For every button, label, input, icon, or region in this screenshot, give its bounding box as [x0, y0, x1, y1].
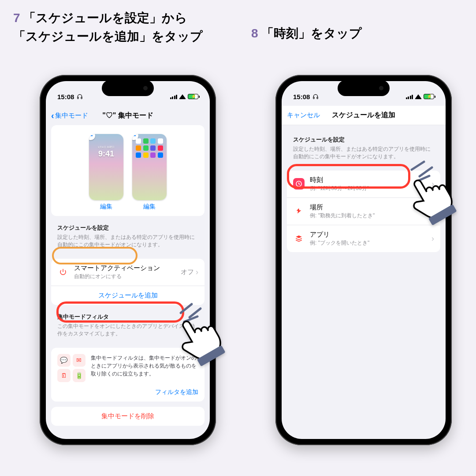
modal-title: スケジュールを追加	[332, 111, 395, 120]
cellular-icon	[170, 94, 178, 99]
app-example: 例: "ブックを開いたとき"	[310, 239, 426, 247]
screen-previews: − 1月9日 木曜日9:41 編集 − 編集	[51, 125, 205, 216]
remove-preview-icon[interactable]: −	[89, 134, 95, 140]
battery-icon: ⚡	[424, 94, 434, 99]
step8-number: 8	[251, 26, 258, 40]
smart-activation-sub: 自動的にオンにする	[74, 273, 175, 280]
home-screen-preview[interactable]: − 編集	[132, 134, 167, 211]
dynamic-island	[102, 80, 154, 96]
step7-caption: 7 「スケジュールを設定」から 「スケジュールを追加」をタップ	[13, 9, 225, 46]
time-row[interactable]: 時刻 例: "12時30分～2時30分" ›	[287, 171, 440, 197]
screen-left: 15:08 ⚡ ‹ 集中モード "♡" 集中モード −	[46, 81, 210, 439]
cancel-label: キャンセル	[287, 111, 320, 119]
edit-link-1[interactable]: 編集	[100, 203, 112, 211]
nav-bar: ‹ 集中モード "♡" 集中モード	[46, 106, 210, 125]
step8-text: 「時刻」をタップ	[261, 26, 362, 40]
dynamic-island	[338, 80, 390, 96]
filter-description-text: 集中モードフィルタは、集中モードがオンのときにアプリから表示される気が散るものを…	[91, 354, 198, 382]
schedule-subtitle: 設定した時刻、場所、またはある特定のアプリを使用時に自動的にこの集中モードがオン…	[287, 145, 440, 165]
add-schedule-button[interactable]: スケジュールを追加	[98, 291, 158, 300]
app-row[interactable]: アプリ 例: "ブックを開いたとき" ›	[287, 225, 440, 252]
phone-mockup-right: 15:08 ⚡ キャンセル スケジュールを追加 スケジュールを設定 設定した時刻…	[275, 75, 452, 445]
smart-activation-value: オフ	[181, 268, 194, 276]
chevron-right-icon: ›	[431, 207, 434, 216]
smart-activation-label: スマートアクティベーション	[74, 264, 175, 272]
step7-number: 7	[13, 11, 20, 25]
edit-link-2[interactable]: 編集	[143, 203, 156, 211]
cellular-icon	[406, 94, 413, 99]
headphones-icon	[312, 93, 319, 100]
phone-mockup-left: 15:08 ⚡ ‹ 集中モード "♡" 集中モード −	[40, 75, 216, 445]
step8-caption: 8 「時刻」をタップ	[251, 24, 362, 43]
svg-rect-0	[78, 97, 78, 99]
chevron-right-icon: ›	[431, 179, 434, 189]
filter-description-row: 💬✉︎🗓🔋 集中モードフィルタは、集中モードがオンのときにアプリから表示される気…	[51, 348, 205, 388]
status-time: 15:08	[57, 93, 74, 100]
location-label: 場所	[310, 203, 426, 212]
nav-back-button[interactable]: ‹ 集中モード	[51, 111, 88, 120]
battery-icon: ⚡	[188, 94, 198, 99]
screen-right: 15:08 ⚡ キャンセル スケジュールを追加 スケジュールを設定 設定した時刻…	[282, 81, 446, 439]
chevron-right-icon: ›	[431, 234, 434, 243]
delete-focus-button[interactable]: 集中モードを削除	[51, 407, 205, 426]
nav-title: "♡" 集中モード	[102, 111, 153, 120]
location-icon	[293, 205, 305, 217]
wifi-icon	[415, 94, 422, 99]
svg-rect-1	[81, 97, 82, 99]
wifi-icon	[179, 94, 186, 99]
chevron-right-icon: ›	[196, 268, 198, 277]
headphones-icon	[77, 93, 83, 100]
location-row[interactable]: 場所 例: "勤務先に到着したとき" ›	[287, 197, 440, 225]
chevron-left-icon: ‹	[51, 111, 54, 120]
power-icon	[57, 266, 69, 278]
schedule-section-subtitle: 設定した時刻、場所、またはある特定のアプリを使用時に自動的にこの集中モードがオン…	[51, 234, 205, 253]
smart-activation-row[interactable]: スマートアクティベーション 自動的にオンにする オフ ›	[51, 259, 205, 286]
step7-text-1: 「スケジュールを設定」から	[23, 11, 187, 25]
app-label: アプリ	[310, 231, 426, 239]
filter-section-header: 集中モードフィルタ	[51, 305, 205, 323]
filter-section-subtitle: この集中モードをオンにしたときのアプリとデバイスの動作をカスタマイズします。	[51, 323, 205, 342]
time-example: 例: "12時30分～2時30分"	[310, 185, 426, 192]
lock-screen-preview[interactable]: − 1月9日 木曜日9:41 編集	[89, 134, 123, 211]
app-stack-icon	[293, 233, 305, 244]
filter-apps-icon: 💬✉︎🗓🔋	[57, 354, 86, 382]
cancel-button[interactable]: キャンセル	[287, 111, 320, 119]
svg-rect-7	[317, 97, 318, 99]
schedule-section-header: スケジュールを設定	[51, 216, 205, 234]
svg-rect-6	[313, 97, 314, 99]
location-example: 例: "勤務先に到着したとき"	[310, 212, 426, 219]
time-label: 時刻	[310, 176, 426, 184]
step7-text-2: 「スケジュールを追加」をタップ	[13, 30, 203, 43]
add-filter-button[interactable]: フィルタを追加	[51, 388, 205, 402]
modal-nav-bar: キャンセル スケジュールを追加	[282, 106, 446, 125]
status-time: 15:08	[293, 93, 310, 100]
nav-back-label: 集中モード	[55, 112, 88, 120]
schedule-header: スケジュールを設定	[287, 125, 440, 145]
clock-icon	[293, 178, 305, 190]
